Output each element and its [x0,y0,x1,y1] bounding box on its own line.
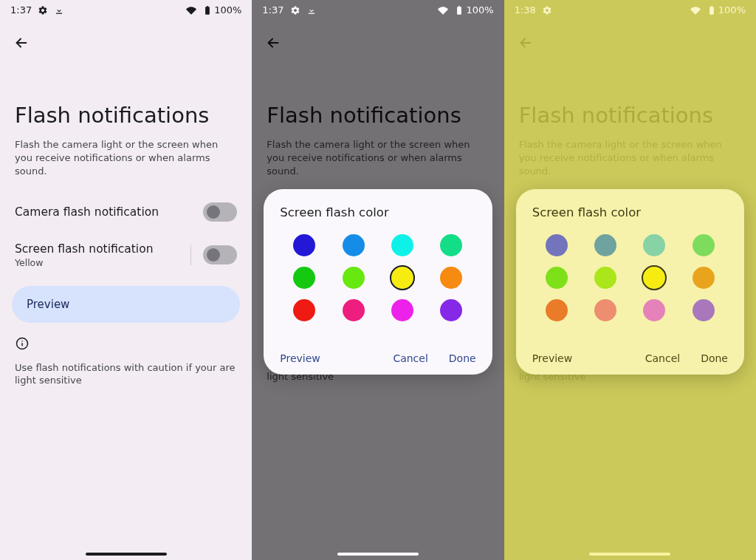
arrow-back-icon [13,35,30,51]
color-swatch-4[interactable] [546,267,568,289]
dialog-preview-button[interactable]: Preview [532,352,573,364]
camera-flash-toggle[interactable] [203,202,237,222]
wifi-icon [438,5,448,16]
dialog-done-button[interactable]: Done [701,352,728,364]
color-swatch-1[interactable] [594,234,616,256]
wifi-icon [690,5,701,16]
info-icon-wrap [0,323,252,358]
color-swatch-7[interactable] [440,267,462,289]
color-swatch-4[interactable] [293,267,315,289]
dialog-actions: Preview Cancel Done [532,352,728,364]
wifi-icon [186,5,196,16]
screen-flash-sub: Yellow [15,257,153,268]
status-bar: 1:37 100% [252,0,504,18]
camera-flash-row[interactable]: Camera flash notification [0,192,252,232]
dialog-actions: Preview Cancel Done [280,352,475,364]
camera-flash-label: Camera flash notification [15,205,159,219]
color-swatch-8[interactable] [546,299,568,321]
gear-icon [542,5,552,16]
svg-point-2 [21,340,23,341]
screen-flash-label: Screen flash notification [15,242,153,256]
battery-icon [202,5,213,16]
color-swatch-6[interactable] [391,267,413,289]
dialog-cancel-button[interactable]: Cancel [645,352,680,364]
status-bar: 1:37 100% [0,0,252,18]
color-swatch-3[interactable] [693,234,715,256]
dialog-title: Screen flash color [280,205,475,219]
panel-dialog-preview: 1:38 100% Flash notifications Flash the … [504,0,756,560]
color-swatch-5[interactable] [594,267,616,289]
dialog-done-button[interactable]: Done [449,352,476,364]
dialog-title: Screen flash color [532,205,728,219]
gesture-handle[interactable] [86,553,167,556]
info-icon [15,336,30,351]
back-button[interactable] [7,29,35,57]
screen-flash-row[interactable]: Screen flash notification Yellow [0,232,252,279]
color-swatch-11[interactable] [440,299,462,321]
download-icon [54,5,64,16]
preview-button[interactable]: Preview [12,286,240,323]
color-swatch-0[interactable] [293,234,315,256]
battery-icon [454,5,464,16]
dialog-cancel-button[interactable]: Cancel [393,352,427,364]
color-swatch-3[interactable] [440,234,462,256]
color-swatch-11[interactable] [693,299,715,321]
battery-text: 100% [466,4,493,16]
battery-text: 100% [718,4,746,16]
battery-text: 100% [214,4,241,16]
color-swatch-8[interactable] [293,299,315,321]
panel-settings: 1:37 100% Flash notifications Flash the … [0,0,252,560]
battery-icon [707,5,717,16]
toggle-divider [190,245,191,265]
color-swatch-10[interactable] [391,299,413,321]
color-swatch-9[interactable] [343,299,365,321]
color-swatch-9[interactable] [594,299,616,321]
color-grid-p3 [532,234,728,321]
color-swatch-1[interactable] [343,234,365,256]
gear-icon [38,5,48,16]
color-dialog: Screen flash color Preview Cancel Done [264,189,492,375]
status-bar: 1:38 100% [504,0,756,18]
status-time: 1:38 [515,4,536,16]
color-swatch-2[interactable] [643,234,665,256]
caution-text: Use flash notifications with caution if … [0,358,252,390]
page-title: Flash notifications [0,57,252,138]
color-swatch-10[interactable] [643,299,665,321]
page-description: Flash the camera light or the screen whe… [0,138,252,192]
color-swatch-0[interactable] [546,234,568,256]
app-bar [0,18,252,57]
dialog-preview-button[interactable]: Preview [280,352,320,364]
panel-dialog: 1:37 100% Flash notifications Flash the … [252,0,504,560]
status-time: 1:37 [262,4,284,16]
gear-icon [290,5,300,16]
gesture-handle[interactable] [337,553,419,556]
status-time: 1:37 [10,4,32,16]
color-swatch-2[interactable] [391,234,413,256]
color-swatch-5[interactable] [343,267,365,289]
color-swatch-7[interactable] [693,267,715,289]
color-dialog: Screen flash color Preview Cancel Done [516,189,744,375]
color-swatch-6[interactable] [643,267,665,289]
gesture-handle[interactable] [589,553,670,556]
screen-flash-toggle[interactable] [203,245,237,264]
download-icon [306,5,317,16]
color-grid-p2 [280,234,475,321]
